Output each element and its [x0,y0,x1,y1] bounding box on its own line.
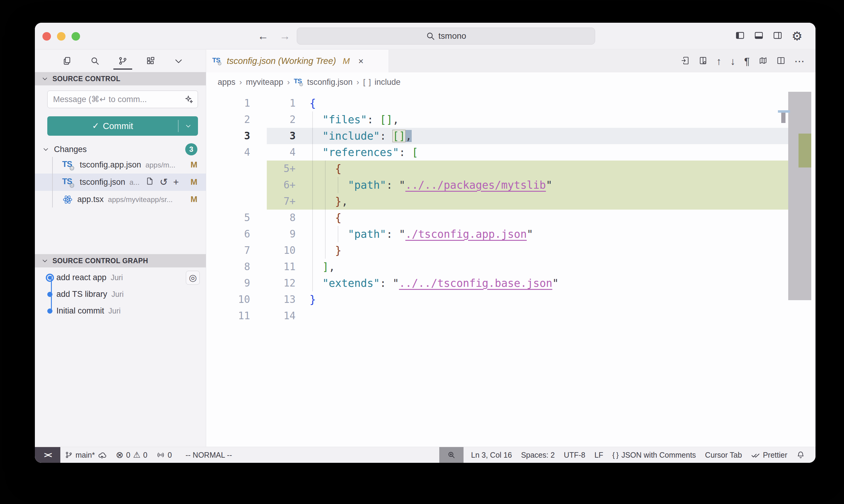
file-path: apps/m... [145,161,175,169]
original-line-number: 9 [206,275,267,291]
navigate-back-button[interactable]: ← [258,30,269,42]
code-editor[interactable]: 11{22 "files": [],33 "include": [],44 "r… [206,92,815,447]
section-title: SOURCE CONTROL [52,75,120,83]
language-mode-item[interactable]: { } JSON with Comments [608,447,701,463]
panel-bottom-button[interactable] [754,31,764,41]
source-control-section-header[interactable]: SOURCE CONTROL [35,72,206,85]
code-text: ], [296,259,335,275]
code-line[interactable]: 44 "references": [ [206,144,815,161]
modified-line-number: 3 [267,128,296,144]
command-center-search[interactable]: tsmono [297,28,595,44]
minimize-window-button[interactable] [57,32,66,41]
commit-row[interactable]: Initial commitJuri [35,303,206,319]
ports-item[interactable]: 0 [152,447,176,463]
activity-item-search[interactable] [89,52,101,69]
arrow-up-button[interactable]: ↑ [717,56,722,66]
original-line-number: 6 [206,226,267,242]
maximize-window-button[interactable] [71,32,80,41]
breadcrumb-item-include[interactable]: [ ]include [363,77,400,87]
open-changes-button[interactable] [681,56,690,66]
code-line[interactable]: 710 } [206,242,815,259]
stage-button[interactable]: + [173,177,179,187]
compare-button[interactable] [699,56,708,66]
git-branch-icon [65,451,73,459]
breadcrumb-item-apps[interactable]: apps [218,77,236,87]
panel-left-button[interactable] [735,31,745,41]
commit-row[interactable]: add react appJuri◎ [35,269,206,286]
split-editor-button[interactable] [776,56,786,66]
original-line-number: 5 [206,210,267,226]
notifications-item[interactable] [792,447,809,463]
code-line[interactable]: 22 "files": [], [206,111,815,128]
commit-button[interactable]: ✓ Commit [47,116,198,136]
activity-item-source-control[interactable] [117,52,129,69]
code-line[interactable]: 5+ { [206,161,815,177]
map-button[interactable] [758,56,768,66]
code-text: "path": "./tsconfig.app.json" [296,226,533,242]
encoding-item[interactable]: UTF-8 [559,447,590,463]
code-line[interactable]: 11{ [206,95,815,111]
source-control-graph-header[interactable]: SOURCE CONTROL GRAPH [35,254,206,267]
split-editor-icon [776,56,786,65]
commit-dropdown-button[interactable] [178,123,198,129]
commit-author: Juri [111,273,123,282]
chevron-down-icon [185,123,192,129]
chevron-down-icon [41,75,48,82]
activity-item-explorer[interactable] [61,52,73,69]
discard-button[interactable]: ↺ [159,177,168,187]
code-text: { [296,210,341,226]
breadcrumb-item-tsconfig.json[interactable]: TS⚙tsconfig.json [294,77,352,87]
tab-tsconfig-working-tree[interactable]: TS⚙ tsconfig.json (Working Tree) M × [206,50,389,72]
close-window-button[interactable] [42,32,51,41]
navigate-forward-button[interactable]: → [279,30,290,42]
activity-item-extensions[interactable] [144,52,157,69]
panel-right-button[interactable] [773,31,782,41]
eol-item[interactable]: LF [590,447,608,463]
problems-item[interactable]: ⊗ 0 ⚠ 0 [111,447,152,463]
activity-bar [35,50,206,72]
commit-message-input[interactable]: Message (⌘↵ to comm... [47,91,198,108]
commit-row[interactable]: add TS libraryJuri [35,286,206,303]
bell-icon [796,451,805,459]
remote-indicator[interactable]: >< [35,447,60,463]
code-line[interactable]: 1013} [206,291,815,308]
code-line[interactable]: 912 "extends": "../../tsconfig.base.json… [206,275,815,291]
modified-badge: M [191,195,198,204]
open-file-button[interactable] [145,177,154,187]
scrollbar-track[interactable] [788,92,815,447]
source-control-icon [118,56,127,66]
sparkle-generate-message-icon[interactable] [184,95,193,104]
branch-item[interactable]: main* [60,447,111,463]
code-line[interactable]: 69 "path": "./tsconfig.app.json" [206,226,815,242]
sidebar-source-control: SOURCE CONTROL Message (⌘↵ to comm... ✓ … [35,50,206,447]
checkout-commit-button[interactable]: ◎ [186,271,200,285]
arrow-down-button[interactable]: ↓ [730,56,736,66]
changes-section-header[interactable]: Changes 3 [35,142,206,156]
tab-bar: TS⚙ tsconfig.json (Working Tree) M × ↑↓¶… [206,50,815,72]
code-line[interactable]: 58 { [206,210,815,226]
changed-file-tsconfig.app.json[interactable]: TS⚙tsconfig.app.jsonapps/m...M [35,156,206,174]
gear-button[interactable]: ⚙ [792,30,803,42]
breadcrumb-item-myviteapp[interactable]: myviteapp [246,77,283,87]
changed-file-tsconfig.json[interactable]: TS⚙tsconfig.jsona...↺+M [35,174,206,191]
zoom-indicator[interactable] [439,447,464,463]
ts-file-icon: TS⚙ [294,77,304,87]
discard-icon: ↺ [159,177,168,187]
changed-file-app.tsx[interactable]: app.tsxapps/myviteapp/sr...M [35,191,206,208]
code-line[interactable]: 7+ }, [206,193,815,210]
code-line[interactable]: 33 "include": [], [206,128,815,144]
indentation-item[interactable]: Spaces: 2 [517,447,559,463]
code-line[interactable]: 6+ "path": "../../packages/mytslib" [206,177,815,193]
cursor-position-item[interactable]: Ln 3, Col 16 [467,447,517,463]
pilcrow-button[interactable]: ¶ [744,56,750,66]
code-line[interactable]: 1114 [206,308,815,324]
activity-item-chevron-down[interactable] [172,52,185,69]
code-line[interactable]: 811 ], [206,259,815,275]
tab-close-button[interactable]: × [358,56,364,66]
tsconfig-file-icon: TS⚙ [62,176,75,188]
formatter-item[interactable]: Prettier [746,447,792,463]
more-button[interactable]: ⋯ [794,56,805,66]
scrollbar-thumb[interactable] [788,92,811,300]
modified-badge: M [191,160,198,169]
tab-completion-item[interactable]: Cursor Tab [701,447,747,463]
